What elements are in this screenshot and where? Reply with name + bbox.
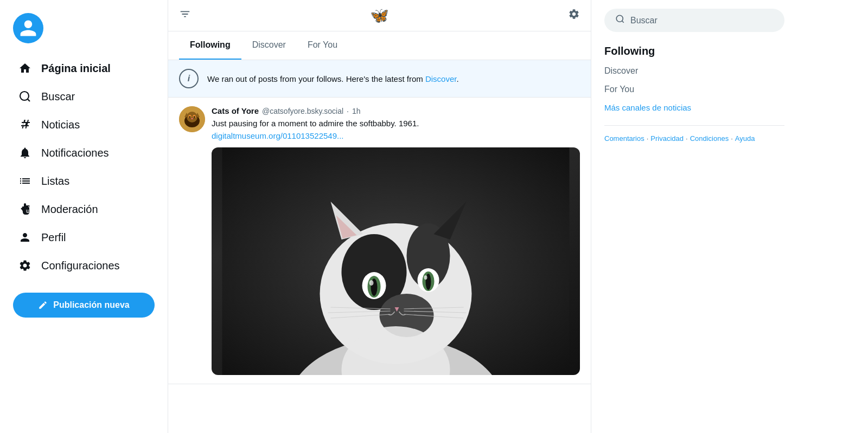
sidebar-label-news: Noticias bbox=[41, 119, 80, 131]
search-input[interactable]: Buscar bbox=[630, 16, 774, 25]
feeds-section-title: Following bbox=[604, 45, 784, 57]
post-author-handle: @catsofyore.bsky.social bbox=[262, 107, 343, 115]
feeds-item-discover[interactable]: Discover bbox=[604, 62, 784, 80]
post-time: 1h bbox=[352, 107, 361, 115]
footer-sep-3: · bbox=[731, 134, 733, 143]
footer-links: Comentarios · Privacidad · Condiciones ·… bbox=[604, 134, 784, 143]
notice-text-before: We ran out of posts from your follows. H… bbox=[207, 74, 423, 83]
main-feed: 🦋 Following Discover For You i We ran ou… bbox=[168, 0, 591, 433]
post-header: Cats of Yore @catsofyore.bsky.social · 1… bbox=[212, 106, 580, 115]
search-icon bbox=[615, 14, 625, 27]
notice-text: We ran out of posts from your follows. H… bbox=[207, 74, 459, 83]
svg-line-38 bbox=[622, 21, 623, 22]
svg-point-7 bbox=[189, 116, 190, 119]
tab-following[interactable]: Following bbox=[179, 31, 241, 60]
sidebar-item-notifications[interactable]: Notificaciones bbox=[13, 139, 155, 167]
sidebar-item-search[interactable]: Buscar bbox=[13, 82, 155, 111]
sidebar-item-lists[interactable]: Listas bbox=[13, 167, 155, 195]
edit-icon bbox=[38, 300, 48, 310]
svg-point-8 bbox=[194, 116, 195, 119]
sidebar-item-profile[interactable]: Perfil bbox=[13, 223, 155, 251]
post-text-content: Just pausing for a moment to admire the … bbox=[212, 119, 419, 128]
new-post-label: Publicación nueva bbox=[53, 300, 129, 310]
footer-sep-1: · bbox=[647, 134, 649, 143]
sidebar-label-lists: Listas bbox=[41, 175, 69, 188]
sidebar-label-search: Buscar bbox=[41, 91, 75, 103]
hand-icon bbox=[17, 202, 33, 217]
sidebar-item-home[interactable]: Página inicial bbox=[13, 54, 155, 82]
svg-point-11 bbox=[192, 118, 193, 119]
post-item: Cats of Yore @catsofyore.bsky.social · 1… bbox=[168, 98, 591, 384]
feed-header: 🦋 bbox=[168, 0, 591, 31]
new-post-button[interactable]: Publicación nueva bbox=[13, 293, 155, 318]
person-icon bbox=[17, 230, 33, 245]
tab-for-you[interactable]: For You bbox=[297, 31, 348, 60]
home-icon bbox=[17, 61, 33, 76]
avatar-icon bbox=[18, 18, 38, 38]
sidebar-item-moderation[interactable]: Moderación bbox=[13, 195, 155, 223]
feed-tabs: Following Discover For You bbox=[168, 31, 591, 60]
user-avatar[interactable] bbox=[13, 13, 43, 43]
notice-banner: i We ran out of posts from your follows.… bbox=[168, 60, 591, 98]
sidebar-label-notifications: Notificaciones bbox=[41, 147, 109, 159]
right-sidebar: Buscar Following Discover For You Más ca… bbox=[591, 0, 797, 433]
post-author-avatar[interactable] bbox=[179, 106, 205, 132]
feeds-section: Following Discover For You Más canales d… bbox=[604, 45, 784, 117]
svg-point-0 bbox=[20, 92, 29, 100]
hashtag-icon bbox=[17, 117, 33, 132]
cat-avatar-image bbox=[179, 106, 205, 132]
bluesky-logo: 🦋 bbox=[370, 7, 389, 24]
post-dot-sep: · bbox=[347, 107, 349, 115]
search-box[interactable]: Buscar bbox=[604, 9, 784, 32]
svg-point-37 bbox=[616, 15, 623, 22]
post-author-name[interactable]: Cats of Yore bbox=[212, 106, 259, 115]
svg-point-28 bbox=[424, 275, 427, 280]
sidebar-item-settings[interactable]: Configuraciones bbox=[13, 251, 155, 280]
gear-icon bbox=[17, 258, 33, 273]
svg-point-27 bbox=[369, 280, 374, 286]
search-icon bbox=[17, 89, 33, 104]
bell-icon bbox=[17, 145, 33, 160]
post-text: Just pausing for a moment to admire the … bbox=[212, 118, 580, 142]
sidebar-divider bbox=[604, 125, 784, 126]
list-icon bbox=[17, 173, 33, 189]
filter-icon[interactable] bbox=[179, 8, 191, 23]
footer-link-help[interactable]: Ayuda bbox=[735, 134, 755, 143]
tab-discover[interactable]: Discover bbox=[241, 31, 297, 60]
feeds-item-for-you[interactable]: For You bbox=[604, 80, 784, 99]
feed-settings-icon[interactable] bbox=[568, 8, 580, 23]
left-sidebar: Página inicial Buscar Noticias Notificac… bbox=[0, 0, 168, 433]
cat-photo-svg bbox=[212, 147, 580, 375]
sidebar-label-home: Página inicial bbox=[41, 62, 111, 75]
post-image[interactable] bbox=[212, 147, 580, 375]
sidebar-item-news[interactable]: Noticias bbox=[13, 111, 155, 139]
post-link[interactable]: digitaltmuseum.org/011013522549... bbox=[212, 131, 344, 140]
sidebar-label-moderation: Moderación bbox=[41, 203, 98, 216]
footer-link-comments[interactable]: Comentarios bbox=[604, 134, 644, 143]
feeds-more-link[interactable]: Más canales de noticias bbox=[604, 99, 784, 117]
sidebar-label-settings: Configuraciones bbox=[41, 260, 120, 272]
notice-discover-link[interactable]: Discover bbox=[425, 74, 457, 83]
footer-sep-2: · bbox=[686, 134, 688, 143]
svg-line-1 bbox=[28, 99, 30, 101]
info-icon: i bbox=[179, 69, 199, 88]
footer-link-terms[interactable]: Condiciones bbox=[690, 134, 729, 143]
sidebar-label-profile: Perfil bbox=[41, 231, 66, 244]
notice-text-after: . bbox=[456, 74, 458, 83]
footer-link-privacy[interactable]: Privacidad bbox=[650, 134, 684, 143]
post-content: Cats of Yore @catsofyore.bsky.social · 1… bbox=[212, 106, 580, 375]
